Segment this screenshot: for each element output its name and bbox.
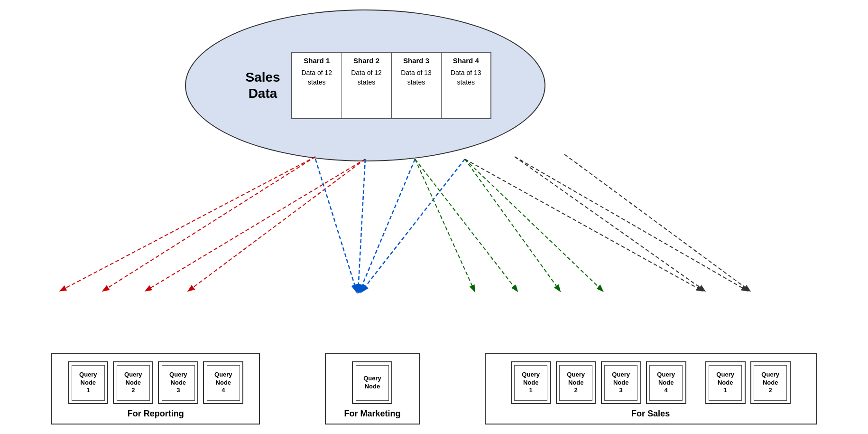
reporting-node-4: QueryNode4	[203, 361, 243, 404]
reporting-label: For Reporting	[59, 409, 252, 419]
reporting-node-2: QueryNode2	[113, 361, 153, 404]
shards-table: Shard 1 Data of 12 states Shard 2 Data o…	[291, 52, 491, 119]
svg-line-3	[189, 159, 365, 291]
sales-group: QueryNode1 QueryNode2 QueryNode3 QueryNo…	[485, 353, 817, 425]
sales-node-5: QueryNode1	[705, 361, 746, 404]
sales-node-4: QueryNode4	[646, 361, 686, 404]
svg-line-5	[360, 159, 415, 292]
sales-node-6: QueryNode2	[750, 361, 791, 404]
svg-line-8	[415, 159, 474, 291]
sales-node-3: QueryNode3	[601, 361, 641, 404]
shard-1: Shard 1 Data of 12 states	[292, 52, 342, 119]
svg-line-7	[361, 159, 465, 292]
shard-3: Shard 3 Data of 13 states	[391, 52, 441, 119]
reporting-group: QueryNode1 QueryNode2 QueryNode3 QueryNo…	[51, 353, 260, 425]
shard-4: Shard 4 Data of 13 states	[441, 52, 491, 119]
svg-line-13	[515, 157, 704, 291]
svg-line-6	[315, 159, 357, 292]
svg-line-1	[103, 157, 315, 291]
shard-2: Shard 2 Data of 12 states	[342, 52, 391, 119]
marketing-label: For Marketing	[332, 409, 412, 419]
svg-line-10	[465, 159, 560, 291]
svg-line-9	[415, 159, 517, 291]
reporting-node-3: QueryNode3	[158, 361, 198, 404]
marketing-group: QueryNode For Marketing	[325, 353, 420, 425]
sales-data-label: SalesData	[239, 69, 286, 101]
diagram-container: SalesData Shard 1 Data of 12 states Shar…	[0, 0, 868, 434]
svg-line-12	[465, 159, 702, 291]
marketing-node-1: QueryNode	[352, 361, 392, 404]
sales-label: For Sales	[492, 409, 809, 419]
svg-line-0	[61, 157, 315, 291]
svg-line-2	[146, 159, 365, 291]
sales-node-1: QueryNode1	[511, 361, 551, 404]
bottom-groups: QueryNode1 QueryNode2 QueryNode3 QueryNo…	[0, 353, 868, 425]
svg-line-14	[515, 157, 747, 291]
svg-line-4	[358, 159, 365, 292]
sales-node-2: QueryNode2	[556, 361, 596, 404]
svg-line-15	[564, 154, 749, 291]
ellipse: SalesData Shard 1 Data of 12 states Shar…	[185, 9, 545, 161]
reporting-node-1: QueryNode1	[68, 361, 108, 404]
svg-line-11	[465, 159, 602, 291]
